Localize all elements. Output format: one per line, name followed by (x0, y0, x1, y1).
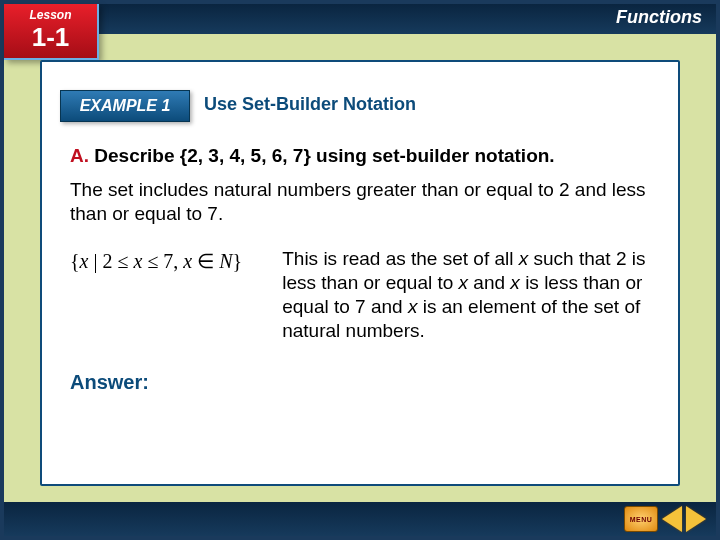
next-arrow-icon[interactable] (686, 506, 706, 532)
slide-frame: Lesson 1-1 Functions EXAMPLE 1 Use Set-B… (0, 0, 720, 540)
footer-bar: MENU (4, 502, 716, 536)
set-builder-notation: {x | 2 ≤ x ≤ 7, x ∈ N} (70, 247, 242, 274)
body-content: A. Describe {2, 3, 4, 5, 6, 7} using set… (70, 144, 650, 395)
answer-label: Answer: (70, 370, 650, 395)
example-tab: EXAMPLE 1 (60, 90, 190, 122)
problem-description: The set includes natural numbers greater… (70, 178, 650, 226)
explanation-text: This is read as the set of all x such th… (282, 247, 650, 342)
prompt-text: Describe {2, 3, 4, 5, 6, 7} using set-bu… (89, 145, 555, 166)
problem-prompt: A. Describe {2, 3, 4, 5, 6, 7} using set… (70, 144, 650, 168)
header-bar (4, 4, 716, 34)
lesson-number: 1-1 (4, 22, 97, 50)
lesson-label: Lesson (4, 4, 97, 22)
notation-row: {x | 2 ≤ x ≤ 7, x ∈ N} This is read as t… (70, 247, 650, 342)
lesson-badge: Lesson 1-1 (4, 4, 99, 60)
example-title: Use Set-Builder Notation (204, 94, 416, 115)
chapter-topic: Functions (616, 7, 702, 28)
nav-controls: MENU (624, 506, 706, 532)
prev-arrow-icon[interactable] (662, 506, 682, 532)
menu-button[interactable]: MENU (624, 506, 658, 532)
part-letter: A. (70, 145, 89, 166)
